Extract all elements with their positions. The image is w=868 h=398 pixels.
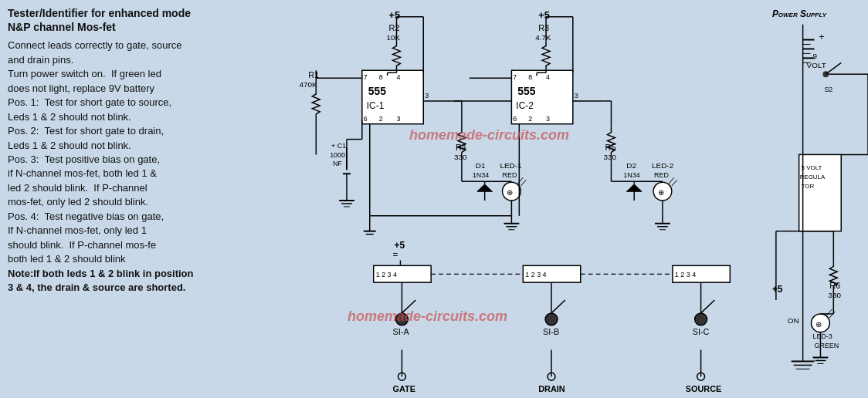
svg-text:1000: 1000: [330, 151, 345, 159]
svg-line-183: [826, 309, 832, 315]
svg-text:SI-A: SI-A: [393, 327, 410, 336]
svg-text:LED-2: LED-2: [652, 161, 674, 170]
svg-text:330: 330: [454, 153, 467, 161]
svg-point-116: [396, 313, 409, 325]
left-text-panel: Tester/Identifier for enhanced mode N&P …: [0, 0, 239, 398]
svg-text:330: 330: [828, 291, 841, 299]
svg-text:4.7K: 4.7K: [535, 33, 551, 42]
svg-line-159: [826, 62, 841, 74]
svg-text:3: 3: [425, 92, 429, 100]
svg-text:7: 7: [513, 73, 517, 81]
svg-text:1N34: 1N34: [473, 171, 489, 179]
svg-text:GATE: GATE: [393, 384, 415, 393]
svg-text:IC-2: IC-2: [516, 100, 534, 111]
svg-text:8: 8: [379, 73, 383, 81]
circuit-diagram: +5 R2 10K +5 R3 4.7K R1 470K 555 IC-1: [239, 0, 868, 398]
svg-text:+: +: [819, 32, 824, 42]
svg-text:SI-C: SI-C: [693, 327, 710, 336]
svg-text:10K: 10K: [387, 33, 401, 42]
svg-line-184: [829, 312, 835, 318]
title: Tester/Identifier for enhanced mode N&P …: [8, 6, 232, 34]
svg-line-133: [701, 300, 715, 313]
svg-text:3: 3: [575, 92, 578, 100]
main-container: Tester/Identifier for enhanced mode N&P …: [0, 0, 868, 398]
svg-text:6: 6: [364, 115, 368, 123]
svg-text:8: 8: [528, 73, 532, 81]
svg-line-90: [669, 177, 674, 184]
svg-text:RED: RED: [654, 171, 669, 179]
svg-text:+ C1: + C1: [331, 142, 346, 150]
svg-text:R2: R2: [389, 23, 400, 32]
svg-line-78: [517, 177, 523, 184]
svg-text:DRAIN: DRAIN: [538, 384, 565, 393]
svg-text:1  2  3  4: 1 2 3 4: [675, 271, 696, 278]
svg-marker-70: [477, 184, 493, 191]
svg-text:555: 555: [368, 85, 386, 97]
svg-text:555: 555: [517, 85, 535, 97]
svg-point-123: [545, 313, 558, 325]
svg-text:GREEN: GREEN: [815, 342, 839, 349]
svg-text:2: 2: [379, 115, 383, 123]
svg-point-130: [695, 313, 707, 325]
instruction-text: Connect leads correctly to gate, source …: [8, 39, 232, 295]
svg-text:+5: +5: [395, 240, 405, 251]
svg-text:S2: S2: [824, 86, 832, 93]
svg-text:470K: 470K: [299, 80, 317, 89]
svg-text:IC-1: IC-1: [367, 100, 385, 111]
svg-text:4: 4: [546, 73, 550, 81]
svg-text:330: 330: [604, 153, 617, 161]
svg-line-91: [672, 180, 677, 186]
svg-text:NF: NF: [333, 160, 342, 167]
note-bold: Note:If both leds 1 & 2 blink in positio…: [8, 268, 194, 293]
svg-text:7: 7: [364, 73, 368, 81]
svg-text:=: =: [393, 249, 398, 260]
svg-text:9: 9: [813, 52, 818, 60]
svg-text:SI-B: SI-B: [543, 327, 559, 336]
svg-text:6: 6: [513, 115, 517, 123]
svg-text:4: 4: [397, 73, 401, 81]
svg-marker-82: [626, 184, 642, 191]
svg-text:1  2  3  4: 1 2 3 4: [376, 271, 397, 278]
svg-text:1N34: 1N34: [623, 171, 639, 179]
svg-text:R3: R3: [538, 23, 549, 32]
svg-text:ON: ON: [788, 316, 799, 325]
svg-text:+5: +5: [538, 9, 550, 21]
svg-line-119: [402, 300, 415, 313]
svg-text:+5: +5: [389, 9, 401, 21]
svg-text:3: 3: [546, 115, 550, 123]
svg-text:D2: D2: [626, 161, 636, 170]
svg-text:1  2  3  4: 1 2 3 4: [525, 271, 546, 278]
svg-text:3: 3: [397, 115, 401, 123]
svg-text:⊕: ⊕: [507, 188, 513, 197]
svg-line-79: [520, 180, 526, 186]
svg-text:5 VOLT: 5 VOLT: [802, 164, 822, 171]
svg-text:⊕: ⊕: [658, 188, 664, 197]
svg-text:Power Supply: Power Supply: [772, 8, 827, 19]
svg-line-126: [551, 300, 565, 313]
svg-text:REGULA: REGULA: [800, 174, 826, 180]
svg-text:D1: D1: [476, 161, 486, 170]
svg-text:+5: +5: [772, 284, 783, 295]
svg-text:SOURCE: SOURCE: [686, 384, 722, 393]
svg-text:2: 2: [528, 115, 532, 123]
svg-text:⊕: ⊕: [815, 320, 822, 329]
svg-text:RED: RED: [502, 171, 517, 179]
svg-text:LED-3: LED-3: [813, 332, 832, 340]
